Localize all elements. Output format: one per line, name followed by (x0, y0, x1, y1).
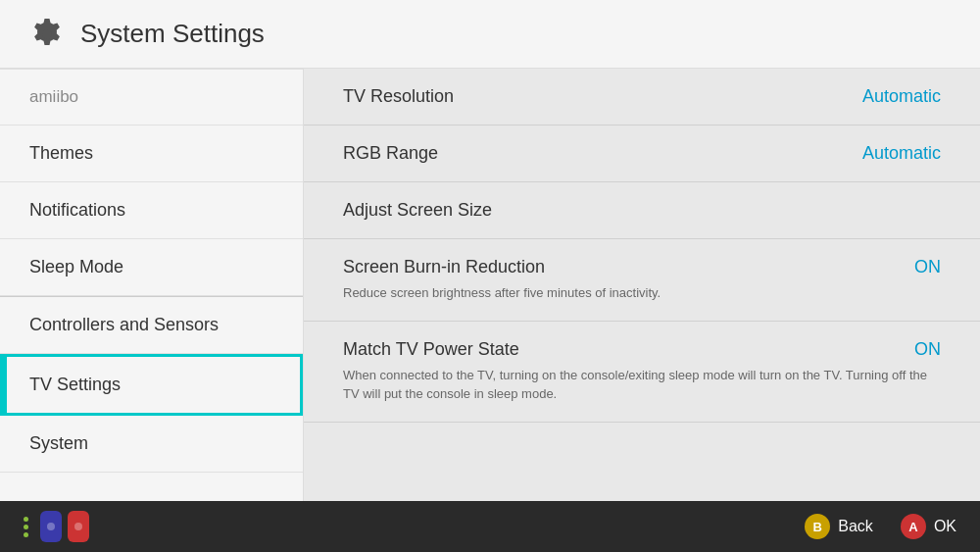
joy-con-left (40, 511, 62, 542)
setting-match-tv-power[interactable]: Match TV Power State ON When connected t… (304, 322, 980, 423)
setting-screen-burn-in[interactable]: Screen Burn-in Reduction ON Reduce scree… (304, 239, 980, 322)
tv-resolution-value: Automatic (862, 86, 941, 107)
setting-adjust-screen-size[interactable]: Adjust Screen Size (304, 182, 980, 239)
gear-icon (29, 17, 65, 52)
back-label: Back (838, 518, 873, 535)
match-tv-power-value: ON (914, 339, 941, 360)
main-layout: amiibo Themes Notifications Sleep Mode C… (0, 69, 980, 501)
sidebar-item-tv-settings[interactable]: TV Settings (0, 354, 303, 416)
match-tv-power-top: Match TV Power State ON (343, 339, 941, 360)
rgb-range-value: Automatic (862, 143, 941, 164)
match-tv-power-description: When connected to the TV, turning on the… (343, 366, 941, 404)
sidebar: amiibo Themes Notifications Sleep Mode C… (0, 69, 304, 501)
back-button[interactable]: B Back (805, 514, 873, 539)
header: System Settings (0, 0, 980, 69)
tv-resolution-label: TV Resolution (343, 86, 454, 107)
footer-left (24, 511, 89, 542)
screen-burn-in-description: Reduce screen brightness after five minu… (343, 283, 661, 303)
setting-rgb-range[interactable]: RGB Range Automatic (304, 125, 980, 182)
screen-burn-in-label: Screen Burn-in Reduction (343, 257, 545, 277)
sidebar-item-system[interactable]: System (0, 416, 303, 473)
sidebar-item-sleep-mode[interactable]: Sleep Mode (0, 239, 303, 296)
rgb-range-label: RGB Range (343, 143, 438, 164)
screen-burn-in-top: Screen Burn-in Reduction ON (343, 257, 941, 277)
adjust-screen-size-label: Adjust Screen Size (343, 200, 492, 221)
screen-burn-in-value: ON (914, 257, 941, 277)
sidebar-item-controllers-sensors[interactable]: Controllers and Sensors (0, 297, 303, 354)
controller-dots (24, 517, 28, 537)
footer: B Back A OK (0, 501, 980, 552)
content-area: TV Resolution Automatic RGB Range Automa… (304, 69, 980, 501)
joy-con-right (68, 511, 89, 542)
footer-right: B Back A OK (805, 514, 956, 539)
b-button-icon: B (805, 514, 830, 539)
a-button-icon: A (901, 514, 926, 539)
sidebar-item-notifications[interactable]: Notifications (0, 182, 303, 239)
sidebar-item-amiibo[interactable]: amiibo (0, 69, 303, 125)
ok-button[interactable]: A OK (901, 514, 956, 539)
match-tv-power-label: Match TV Power State (343, 339, 519, 360)
ok-label: OK (934, 518, 956, 535)
setting-tv-resolution[interactable]: TV Resolution Automatic (304, 69, 980, 125)
page-title: System Settings (80, 19, 265, 49)
sidebar-item-themes[interactable]: Themes (0, 125, 303, 182)
joy-con-pair (40, 511, 89, 542)
